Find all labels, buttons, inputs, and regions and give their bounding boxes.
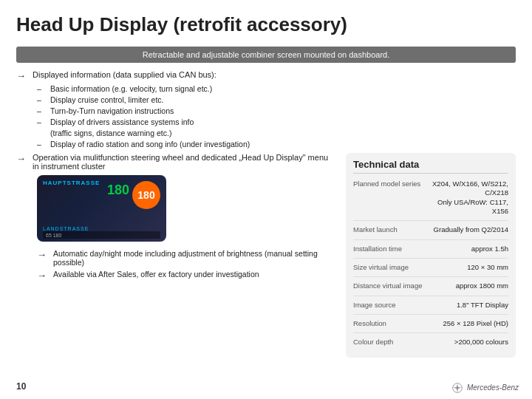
tech-label: Distance virtual image	[353, 282, 422, 290]
tech-title: Technical data	[353, 159, 508, 174]
list-item: – Turn-by-Turn navigation instructions	[37, 106, 516, 115]
hud-speed: 180	[107, 183, 129, 198]
displayed-info-label: → Displayed information (data supplied v…	[16, 70, 516, 81]
page-number: 10	[16, 381, 26, 392]
dash-icon: –	[37, 140, 47, 149]
tech-value: Gradually from Q2/2014	[411, 225, 508, 234]
tech-row: Colour depth >200,000 colours	[353, 338, 508, 351]
tech-value: 1.8" TFT Display	[411, 301, 508, 310]
tech-label: Market launch	[353, 225, 405, 234]
tech-label: Colour depth	[353, 338, 405, 347]
list-item: – Display of drivers assistance systems …	[37, 117, 516, 126]
sub-list: – Basic information (e.g. velocity, turn…	[37, 84, 516, 149]
hud-image: HAUPTSTRASSE 180 180 LANDSTRASSE 65 180	[37, 175, 166, 242]
list-item: (traffic signs, distance warning etc.)	[37, 129, 516, 137]
arrow-icon: →	[37, 249, 50, 260]
operation-label: → Operation via mulitfunction steering w…	[16, 153, 334, 171]
tech-value: 256 × 128 Pixel (HD)	[411, 319, 508, 328]
brand-logo: Mercedes-Benz	[452, 383, 519, 393]
hud-road-bottom: LANDSTRASSE	[43, 226, 89, 231]
subtitle-bar: Retractable and adjustable combiner scre…	[16, 47, 516, 63]
arrow-icon: →	[37, 270, 50, 281]
tech-value: approx 1.5h	[411, 245, 508, 253]
list-item: – Display of radio station and song info…	[37, 140, 516, 149]
sub-arrow-item: → Automatic day/night mode including adj…	[37, 249, 334, 267]
dash-icon: –	[37, 106, 47, 115]
right-column: Technical data Planned model series X204…	[346, 153, 516, 358]
sub-arrow-item: → Available via After Sales, offer ex fa…	[37, 270, 334, 281]
tech-value: approx 1800 mm	[428, 282, 508, 290]
hud-bottom-bar: 65 180	[43, 231, 160, 239]
hud-speed-circle: 180	[132, 181, 160, 209]
tech-label: Size virtual image	[353, 263, 409, 272]
tech-row: Resolution 256 × 128 Pixel (HD)	[353, 319, 508, 333]
tech-label: Resolution	[353, 319, 405, 328]
hud-road-top: HAUPTSTRASSE	[43, 180, 100, 186]
tech-label: Installation time	[353, 245, 405, 253]
page-title: Head Up Display (retrofit accessory)	[16, 13, 516, 36]
tech-value: X204, W/X166, W/S212,C/X218Only USA/RoW:…	[426, 180, 508, 216]
arrow-icon: →	[16, 70, 30, 81]
tech-row: Planned model series X204, W/X166, W/S21…	[353, 180, 508, 221]
list-item: – Basic information (e.g. velocity, turn…	[37, 84, 516, 93]
tech-row: Installation time approx 1.5h	[353, 245, 508, 259]
tech-label: Image source	[353, 301, 405, 310]
tech-row: Image source 1.8" TFT Display	[353, 301, 508, 315]
main-content: → Operation via mulitfunction steering w…	[16, 153, 516, 358]
tech-row: Market launch Gradually from Q2/2014	[353, 225, 508, 239]
svg-marker-1	[454, 383, 462, 392]
tech-row: Size virtual image 120 × 30 mm	[353, 263, 508, 277]
tech-value: 120 × 30 mm	[415, 263, 508, 272]
dash-icon: –	[37, 117, 47, 126]
technical-panel: Technical data Planned model series X204…	[346, 153, 516, 358]
dash-icon: –	[37, 95, 47, 104]
list-item: – Display cruise control, limiter etc.	[37, 95, 516, 104]
tech-value: >200,000 colours	[411, 338, 508, 347]
arrow-icon: →	[16, 153, 30, 164]
left-column: → Operation via mulitfunction steering w…	[16, 153, 334, 358]
tech-row: Distance virtual image approx 1800 mm	[353, 282, 508, 296]
sub-arrows: → Automatic day/night mode including adj…	[37, 249, 334, 281]
dash-icon: –	[37, 84, 47, 93]
tech-label: Planned model series	[353, 180, 420, 188]
hud-display: HAUPTSTRASSE 180 180 LANDSTRASSE 65 180	[37, 175, 166, 242]
